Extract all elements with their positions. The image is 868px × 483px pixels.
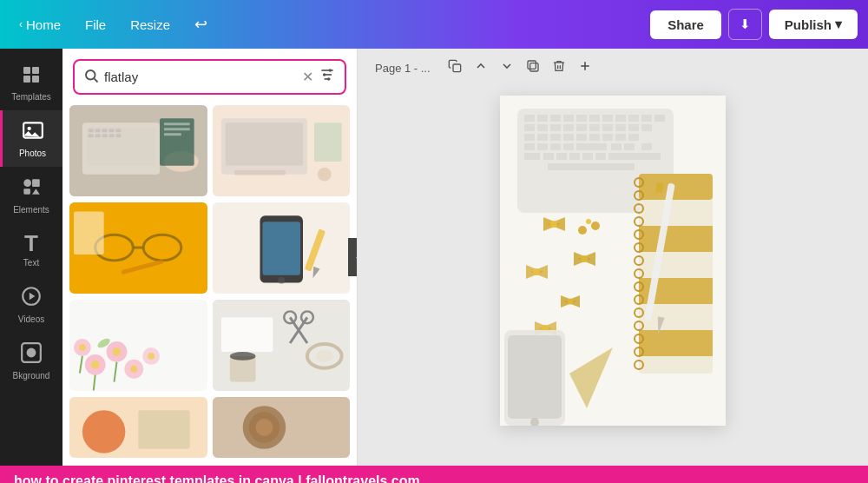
svg-rect-103 xyxy=(602,115,613,122)
photos-panel: ✕ xyxy=(62,49,358,466)
svg-point-174 xyxy=(533,268,540,275)
page-copy-button[interactable] xyxy=(444,56,465,80)
svg-point-60 xyxy=(91,361,100,369)
list-item[interactable] xyxy=(69,105,207,196)
svg-point-21 xyxy=(327,77,330,80)
svg-point-14 xyxy=(86,70,95,80)
list-item[interactable] xyxy=(69,300,207,391)
svg-rect-136 xyxy=(543,153,554,160)
undo-button[interactable]: ↩ xyxy=(186,10,216,39)
publish-button[interactable]: Publish ▾ xyxy=(769,10,858,39)
list-item[interactable] xyxy=(213,300,351,391)
svg-rect-115 xyxy=(615,124,626,131)
svg-rect-85 xyxy=(138,410,189,449)
svg-point-171 xyxy=(581,255,588,262)
sidebar-item-templates[interactable]: Templates xyxy=(0,56,62,110)
svg-rect-138 xyxy=(569,153,580,160)
svg-rect-32 xyxy=(109,129,115,132)
svg-rect-128 xyxy=(537,143,548,150)
svg-rect-98 xyxy=(537,115,548,122)
svg-rect-122 xyxy=(576,134,587,141)
share-button[interactable]: Share xyxy=(650,10,721,39)
svg-rect-97 xyxy=(524,115,535,122)
svg-rect-133 xyxy=(624,143,635,150)
canvas-toolbar-icons xyxy=(444,56,595,80)
svg-rect-124 xyxy=(602,134,613,141)
page-duplicate-button[interactable] xyxy=(523,56,543,80)
clear-search-button[interactable]: ✕ xyxy=(302,69,313,85)
svg-point-187 xyxy=(586,219,591,224)
svg-rect-51 xyxy=(74,211,104,255)
svg-rect-106 xyxy=(641,115,652,122)
svg-rect-33 xyxy=(115,129,121,132)
list-item[interactable] xyxy=(69,397,207,458)
page-delete-button[interactable] xyxy=(549,56,569,80)
list-item[interactable] xyxy=(69,202,207,294)
svg-rect-31 xyxy=(102,134,108,137)
resize-button[interactable]: Resize xyxy=(122,12,179,37)
svg-rect-105 xyxy=(628,115,639,122)
download-button[interactable]: ⬇ xyxy=(728,9,762,40)
svg-marker-9 xyxy=(32,189,40,195)
search-icon xyxy=(83,68,99,87)
sidebar-item-videos[interactable]: Videos xyxy=(0,276,62,333)
svg-point-80 xyxy=(315,350,332,362)
search-input[interactable] xyxy=(104,69,297,84)
videos-label: Videos xyxy=(18,314,44,324)
svg-rect-92 xyxy=(529,63,537,71)
svg-rect-27 xyxy=(95,129,101,132)
page-add-button[interactable] xyxy=(575,56,595,80)
svg-point-177 xyxy=(568,299,574,305)
list-item[interactable] xyxy=(213,105,351,196)
svg-rect-45 xyxy=(233,170,285,175)
svg-rect-145 xyxy=(639,226,713,252)
svg-rect-0 xyxy=(23,67,30,74)
list-item[interactable] xyxy=(213,397,351,458)
svg-rect-141 xyxy=(608,153,661,160)
svg-rect-116 xyxy=(628,124,639,131)
page-down-button[interactable] xyxy=(496,56,517,80)
canvas-workspace xyxy=(500,87,726,466)
svg-rect-147 xyxy=(639,330,713,356)
page-up-button[interactable] xyxy=(470,56,491,80)
svg-rect-37 xyxy=(164,122,190,125)
undo-icon: ↩ xyxy=(194,15,207,34)
bottom-bar: how to create pinterest templates in can… xyxy=(0,466,868,483)
photos-label: Photos xyxy=(19,149,46,158)
filter-button[interactable] xyxy=(319,66,336,88)
home-button[interactable]: ‹ Home xyxy=(10,12,69,37)
svg-rect-117 xyxy=(641,124,652,131)
sidebar-item-text[interactable]: T Text xyxy=(0,223,62,276)
svg-point-55 xyxy=(278,277,285,284)
sidebar-item-elements[interactable]: Elements xyxy=(0,167,62,223)
svg-rect-28 xyxy=(102,129,108,132)
svg-point-19 xyxy=(329,69,332,71)
elements-icon xyxy=(20,175,43,202)
svg-rect-30 xyxy=(95,134,101,137)
panel-collapse-button[interactable]: ‹ xyxy=(348,238,358,276)
svg-point-71 xyxy=(148,353,155,360)
sidebar-item-background[interactable]: Bkground xyxy=(0,333,62,389)
canvas-page[interactable] xyxy=(500,96,726,426)
svg-point-69 xyxy=(130,366,137,373)
svg-rect-144 xyxy=(639,174,713,200)
file-button[interactable]: File xyxy=(76,12,115,37)
svg-rect-7 xyxy=(32,179,40,187)
icon-sidebar: Templates Photos Elements T Text Videos xyxy=(0,49,62,466)
search-bar: ✕ xyxy=(62,49,357,102)
svg-rect-91 xyxy=(528,61,536,69)
templates-icon xyxy=(21,64,42,89)
svg-point-44 xyxy=(317,168,331,182)
svg-rect-109 xyxy=(537,124,548,131)
svg-marker-11 xyxy=(30,293,36,301)
background-label: Bkground xyxy=(13,371,50,380)
list-item[interactable] xyxy=(213,202,351,294)
canvas-area: Page 1 - ... xyxy=(358,49,868,466)
svg-rect-99 xyxy=(550,115,561,122)
svg-rect-54 xyxy=(262,222,300,275)
svg-rect-1 xyxy=(32,67,39,74)
svg-rect-110 xyxy=(550,124,561,131)
svg-rect-111 xyxy=(563,124,574,131)
svg-rect-114 xyxy=(602,124,613,131)
sidebar-item-photos[interactable]: Photos xyxy=(0,110,62,167)
